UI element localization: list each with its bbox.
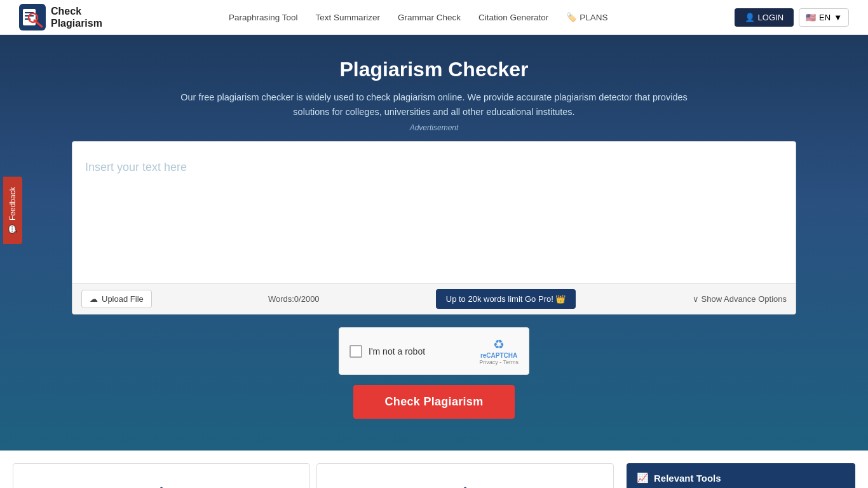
feedback-icon: 💬 — [8, 224, 17, 234]
info-cards — [13, 463, 614, 488]
nav-summarizer[interactable]: Text Summarizer — [316, 13, 380, 22]
flag-icon: 🇺🇸 — [806, 13, 816, 22]
checker-footer: ☁ Upload File Words:0/2000 Up to 20k wor… — [72, 283, 796, 314]
captcha-logo: ♻ reCAPTCHA Privacy - Terms — [479, 337, 519, 365]
advance-options-button[interactable]: ∨ Show Advance Options — [693, 294, 787, 304]
login-button[interactable]: 👤 LOGIN — [735, 8, 794, 27]
bottom-section: 📈 Relevant Tools Paraphrasing Tool Artic… — [0, 451, 868, 488]
page-title: Plagiarism Checker — [13, 58, 855, 81]
nav-paraphrasing[interactable]: Paraphrasing Tool — [229, 13, 298, 22]
upload-icon: ☁ — [90, 294, 98, 304]
logo-icon — [19, 4, 46, 30]
lock-house-icon — [330, 483, 600, 488]
language-button[interactable]: 🇺🇸 EN ▼ — [799, 8, 849, 27]
captcha-widget[interactable]: I'm not a robot ♻ reCAPTCHA Privacy - Te… — [339, 327, 529, 375]
captcha-left: I'm not a robot — [349, 345, 425, 358]
info-card-2 — [316, 463, 614, 488]
nav-citation[interactable]: Citation Generator — [478, 13, 548, 22]
logo-link[interactable]: Check Plagiarism — [19, 4, 102, 30]
captcha-checkbox[interactable] — [349, 345, 362, 358]
chart-icon: 📈 — [637, 472, 649, 484]
captcha-label: I'm not a robot — [369, 346, 425, 356]
upload-button[interactable]: ☁ Upload File — [81, 290, 152, 308]
text-input[interactable] — [72, 142, 796, 281]
logo-text: Check Plagiarism — [51, 5, 102, 29]
user-icon: 👤 — [745, 13, 755, 22]
hero-description: Our free plagiarism checker is widely us… — [180, 90, 688, 119]
nav-plans[interactable]: 🏷️ PLANS — [566, 12, 607, 22]
sidebar-title: 📈 Relevant Tools — [627, 463, 855, 488]
advertisement-label: Advertisement — [13, 123, 855, 132]
nav-grammar[interactable]: Grammar Check — [398, 13, 461, 22]
chevron-down-icon: ▼ — [834, 13, 842, 22]
navbar: Check Plagiarism Paraphrasing Tool Text … — [0, 0, 868, 35]
check-plagiarism-button[interactable]: Check Plagiarism — [353, 385, 515, 419]
checker-box: ☁ Upload File Words:0/2000 Up to 20k wor… — [72, 141, 796, 315]
feedback-label: Feedback — [8, 187, 17, 220]
chevron-icon: ∨ — [693, 294, 699, 304]
word-count: Words:0/2000 — [268, 294, 320, 304]
tag-icon: 🏷️ — [566, 12, 577, 22]
recaptcha-icon: ♻ — [493, 337, 505, 352]
info-card-1 — [13, 463, 310, 488]
nav-links: Paraphrasing Tool Text Summarizer Gramma… — [229, 12, 607, 22]
hero-section: Plagiarism Checker Our free plagiarism c… — [0, 35, 868, 451]
clock-house-icon — [26, 483, 297, 488]
feedback-tab[interactable]: 💬 Feedback — [3, 177, 22, 244]
nav-actions: 👤 LOGIN 🇺🇸 EN ▼ — [735, 8, 849, 27]
pro-button[interactable]: Up to 20k words limit Go Pro! 👑 — [436, 289, 576, 309]
sidebar-tools: 📈 Relevant Tools Paraphrasing Tool Artic… — [627, 463, 855, 488]
